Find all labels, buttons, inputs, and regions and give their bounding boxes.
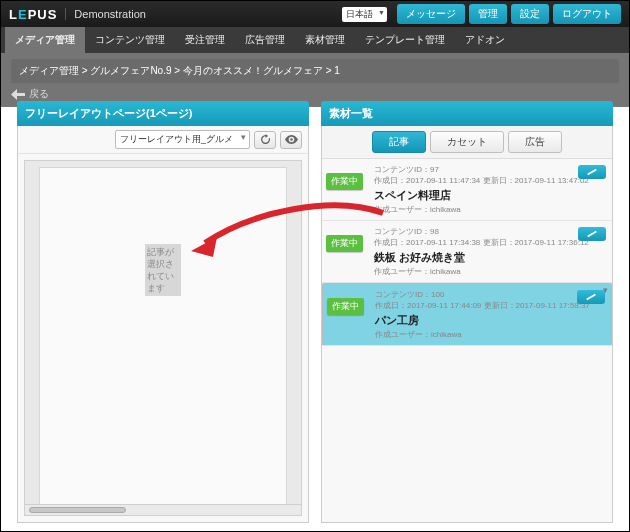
back-label: 戻る xyxy=(29,87,49,101)
tab-contents[interactable]: コンテンツ管理 xyxy=(85,27,175,53)
svg-point-0 xyxy=(290,138,293,141)
app-header: LEPUS Demonstration 日本語 メッセージ 管理 設定 ログアウ… xyxy=(1,1,629,27)
header-subtitle: Demonstration xyxy=(65,8,146,20)
item-dates: 作成日：2017-09-11 17:44:09 更新日：2017-09-11 1… xyxy=(375,300,606,311)
asset-tab-article[interactable]: 記事 xyxy=(372,131,426,153)
item-author: 作成ユーザー：ichikawa xyxy=(374,266,607,277)
edit-button[interactable] xyxy=(577,290,605,304)
item-id: コンテンツID：100 xyxy=(375,289,606,300)
item-id: コンテンツID：98 xyxy=(374,226,607,237)
breadcrumb-area: メディア管理 > グルメフェアNo.9 > 今月のオススメ！グルメフェア > 1… xyxy=(1,53,629,107)
settings-button[interactable]: 設定 xyxy=(511,4,549,24)
status-badge: 作業中 xyxy=(327,298,364,315)
tab-orders[interactable]: 受注管理 xyxy=(175,27,235,53)
layout-panel: フリーレイアウトページ(1ページ) フリーレイアウト用_グルメ 記事が選択されて… xyxy=(17,101,309,523)
edit-button[interactable] xyxy=(578,165,606,179)
item-id: コンテンツID：97 xyxy=(374,164,607,175)
status-badge: 作業中 xyxy=(326,173,363,190)
layout-toolbar: フリーレイアウト用_グルメ xyxy=(18,126,308,154)
brand-logo: LEPUS xyxy=(9,7,57,22)
edit-button[interactable] xyxy=(578,227,606,241)
back-button[interactable]: 戻る xyxy=(11,87,619,101)
item-dates: 作成日：2017-09-11 11:47:34 更新日：2017-09-11 1… xyxy=(374,175,607,186)
item-title: スペイン料理店 xyxy=(374,188,607,203)
tab-ads[interactable]: 広告管理 xyxy=(235,27,295,53)
item-dates: 作成日：2017-09-11 17:34:38 更新日：2017-09-11 1… xyxy=(374,237,607,248)
canvas-scrollbar[interactable] xyxy=(25,504,301,515)
page-preview: 記事が選択されています xyxy=(39,167,287,509)
status-badge: 作業中 xyxy=(326,235,363,252)
item-author: 作成ユーザー：ichikawa xyxy=(375,329,606,340)
back-arrow-icon xyxy=(11,89,25,100)
item-author: 作成ユーザー：ichikawa xyxy=(374,204,607,215)
preview-button[interactable] xyxy=(280,131,302,149)
asset-list: 作業中 コンテンツID：97 作成日：2017-09-11 11:47:34 更… xyxy=(322,159,612,522)
main-nav: メディア管理 コンテンツ管理 受注管理 広告管理 素材管理 テンプレート管理 ア… xyxy=(1,27,629,53)
list-item[interactable]: 作業中 コンテンツID：97 作成日：2017-09-11 11:47:34 更… xyxy=(322,159,612,221)
item-title: パン工房 xyxy=(375,313,606,328)
asset-tab-cassette[interactable]: カセット xyxy=(430,131,504,153)
language-select[interactable]: 日本語 xyxy=(342,7,387,22)
asset-tab-ad[interactable]: 広告 xyxy=(508,131,562,153)
tab-assets[interactable]: 素材管理 xyxy=(295,27,355,53)
tab-media[interactable]: メディア管理 xyxy=(5,27,85,53)
item-title: 鉄板 お好み焼き堂 xyxy=(374,250,607,265)
list-item[interactable]: 作業中 コンテンツID：100 作成日：2017-09-11 17:44:09 … xyxy=(322,283,612,346)
logout-button[interactable]: ログアウト xyxy=(553,4,621,24)
asset-panel-title: 素材一覧 xyxy=(321,101,613,126)
admin-button[interactable]: 管理 xyxy=(469,4,507,24)
drop-hint: 記事が選択されています xyxy=(145,244,181,296)
list-item[interactable]: 作業中 コンテンツID：98 作成日：2017-09-11 17:34:38 更… xyxy=(322,221,612,283)
layout-canvas[interactable]: 記事が選択されています xyxy=(24,160,302,516)
tab-addon[interactable]: アドオン xyxy=(455,27,515,53)
refresh-icon xyxy=(260,134,271,145)
refresh-button[interactable] xyxy=(254,131,276,149)
breadcrumb: メディア管理 > グルメフェアNo.9 > 今月のオススメ！グルメフェア > 1 xyxy=(11,59,619,83)
asset-panel: 素材一覧 記事 カセット 広告 作業中 コンテンツID：97 作成日：2017-… xyxy=(321,101,613,523)
messages-button[interactable]: メッセージ xyxy=(397,4,465,24)
asset-tabs: 記事 カセット 広告 xyxy=(322,126,612,159)
template-select[interactable]: フリーレイアウト用_グルメ xyxy=(115,130,250,149)
eye-icon xyxy=(285,135,298,144)
layout-panel-title: フリーレイアウトページ(1ページ) xyxy=(17,101,309,126)
tab-templates[interactable]: テンプレート管理 xyxy=(355,27,455,53)
